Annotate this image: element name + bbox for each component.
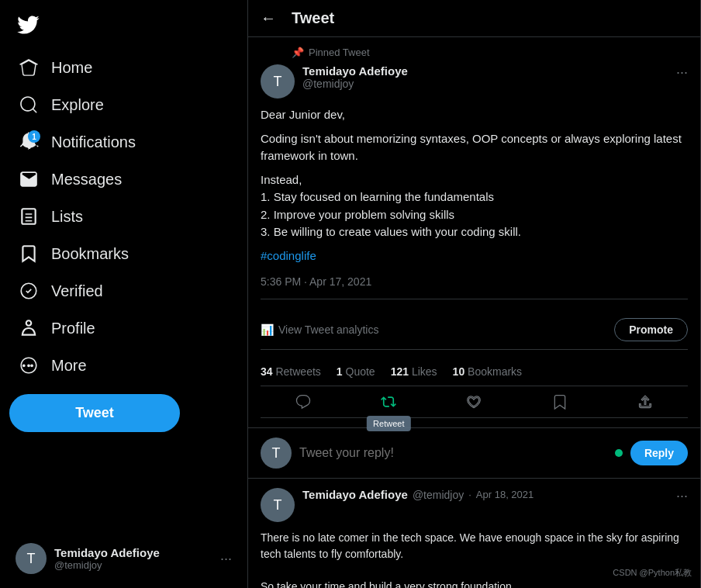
sidebar-item-explore-label: Explore <box>51 96 104 114</box>
sidebar-item-verified[interactable]: Verified <box>9 273 112 309</box>
status-dot <box>615 449 623 457</box>
ellipsis-circle-icon <box>19 355 39 375</box>
tweet-author-handle[interactable]: @temidjoy <box>302 78 668 90</box>
more-options-icon: ··· <box>220 551 232 567</box>
tweet-options-button[interactable]: ··· <box>676 64 688 81</box>
verified-icon <box>19 281 39 301</box>
reply-avatar: T <box>261 438 292 469</box>
reply-user-info: Temidayo Adefioye @temidjoy · Apr 18, 20… <box>302 488 668 501</box>
search-icon <box>19 95 39 115</box>
tweet-user-row: T Temidayo Adefioye @temidjoy ··· <box>261 64 688 99</box>
tweet-line-2: Coding isn't about memorizing syntaxes, … <box>261 130 688 165</box>
retweet-tooltip: Retweet <box>367 416 410 431</box>
reply-author-name[interactable]: Temidayo Adefioye <box>302 488 408 501</box>
comment-button[interactable] <box>295 394 311 410</box>
sidebar-item-messages[interactable]: Messages <box>9 161 131 197</box>
retweet-button[interactable]: Retweet <box>381 394 396 410</box>
tweet-timestamp: 5:36 PM · Apr 17, 2021 <box>261 275 688 299</box>
footer-user-info: Temidayo Adefioye @temidjoy <box>54 546 212 571</box>
sidebar-item-bookmarks-label: Bookmarks <box>51 245 129 263</box>
sidebar-item-home-label: Home <box>51 59 92 77</box>
share-button[interactable] <box>637 394 653 410</box>
tweet-header: ← Tweet <box>248 0 700 37</box>
reply-date: Apr 18, 2021 <box>476 489 534 500</box>
sidebar-item-verified-label: Verified <box>51 282 103 300</box>
sidebar-item-lists-label: Lists <box>51 208 83 226</box>
quote-count: 1 Quote <box>337 365 375 378</box>
list-icon <box>19 206 39 227</box>
sidebar-item-lists[interactable]: Lists <box>9 199 92 234</box>
bookmarks-count: 10 Bookmarks <box>453 365 523 378</box>
bookmark-action-button[interactable] <box>552 394 568 410</box>
main-tweet-card: 📌 Pinned Tweet T Temidayo Adefioye @temi… <box>248 37 700 428</box>
retweet-count: 34 Retweets <box>261 365 321 378</box>
avatar: T <box>16 543 47 574</box>
reply-button[interactable]: Reply <box>630 441 688 465</box>
reply-author-avatar[interactable]: T <box>261 488 295 522</box>
reply-options-button[interactable]: ··· <box>676 488 688 504</box>
pin-icon: 📌 <box>292 47 304 58</box>
sidebar-item-more-label: More <box>51 357 87 375</box>
person-icon <box>19 318 39 338</box>
tweet-action-bar: Retweet <box>261 386 688 418</box>
like-button[interactable] <box>466 394 482 410</box>
reply-input[interactable] <box>299 446 607 460</box>
watermark: CSDN @Python私教 <box>613 567 692 579</box>
tweet-line-1: Dear Junior dev, <box>261 106 688 124</box>
tweet-user-info: Temidayo Adefioye @temidjoy <box>302 64 668 90</box>
sidebar-item-profile-label: Profile <box>51 320 95 337</box>
tweet-analytics-row: 📊 View Tweet analytics Promote <box>261 310 688 350</box>
reply-input-row: T Reply <box>248 428 700 479</box>
bar-chart-icon: 📊 <box>261 323 274 336</box>
likes-count: 121 Likes <box>391 365 437 378</box>
sidebar-item-bookmarks[interactable]: Bookmarks <box>9 236 138 272</box>
analytics-left[interactable]: 📊 View Tweet analytics <box>261 323 378 336</box>
sidebar-nav: Home Explore 1 Notifications <box>9 50 238 385</box>
twitter-logo[interactable] <box>9 6 47 43</box>
page-title: Tweet <box>292 9 334 27</box>
reply-tweet-content: There is no late comer in the tech space… <box>261 530 688 588</box>
pinned-text: Pinned Tweet <box>309 47 370 58</box>
tweet-line-3: Instead, 1. Stay focused on learning the… <box>261 171 688 241</box>
tweet-button[interactable]: Tweet <box>9 394 180 432</box>
tweet-author-name[interactable]: Temidayo Adefioye <box>302 64 668 78</box>
home-icon <box>19 57 39 78</box>
sidebar: Home Explore 1 Notifications <box>0 0 248 588</box>
sidebar-item-more[interactable]: More <box>9 348 96 383</box>
sidebar-item-home[interactable]: Home <box>9 50 102 85</box>
sidebar-item-notifications[interactable]: 1 Notifications <box>9 124 145 160</box>
notification-badge: 1 <box>28 130 40 143</box>
reply-user-row: T Temidayo Adefioye @temidjoy · Apr 18, … <box>261 488 688 522</box>
bell-icon: 1 <box>19 132 39 152</box>
back-button[interactable]: ← <box>261 9 276 27</box>
analytics-label: View Tweet analytics <box>278 323 378 336</box>
bookmark-icon <box>19 244 39 264</box>
sidebar-item-profile[interactable]: Profile <box>9 310 105 346</box>
sidebar-item-explore[interactable]: Explore <box>9 87 113 123</box>
tweet-author-avatar[interactable]: T <box>261 64 295 99</box>
tweet-stats: 34 Retweets 1 Quote 121 Likes 10 Bookmar… <box>261 358 688 386</box>
sidebar-user-profile[interactable]: T Temidayo Adefioye @temidjoy ··· <box>9 535 238 582</box>
sidebar-item-notifications-label: Notifications <box>51 133 136 151</box>
footer-user-handle: @temidjoy <box>54 559 212 571</box>
tweet-hashtag[interactable]: #codinglife <box>261 249 316 262</box>
main-content: ← Tweet 📌 Pinned Tweet T Temidayo Adefio… <box>248 0 701 588</box>
tweet-content: Dear Junior dev, Coding isn't about memo… <box>261 106 688 265</box>
pinned-label: 📌 Pinned Tweet <box>292 47 688 58</box>
footer-user-name: Temidayo Adefioye <box>54 546 212 559</box>
promote-button[interactable]: Promote <box>614 318 688 341</box>
reply-author-handle[interactable]: @temidjoy <box>413 489 464 501</box>
envelope-icon <box>19 169 39 189</box>
sidebar-item-messages-label: Messages <box>51 171 122 189</box>
